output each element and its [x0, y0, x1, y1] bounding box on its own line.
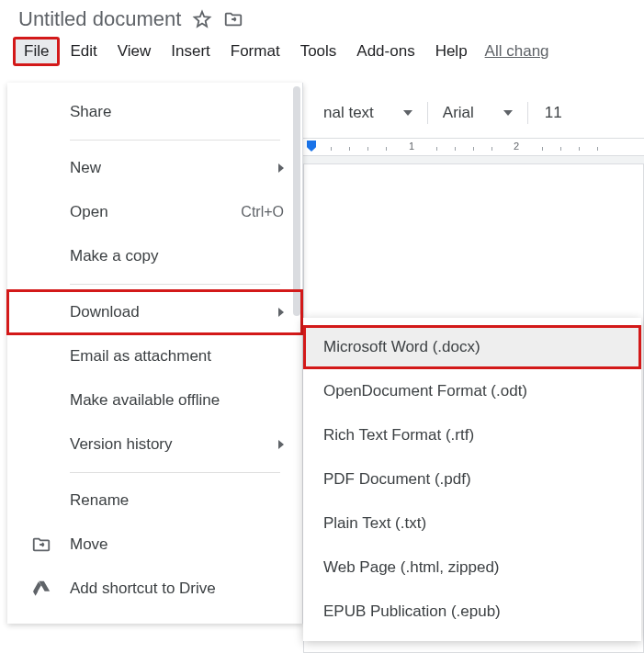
menu-bar: File Edit View Insert Format Tools Add-o…	[0, 37, 644, 66]
svg-marker-3	[33, 581, 41, 594]
submenu-item-html[interactable]: Web Page (.html, zipped)	[303, 546, 641, 590]
menu-item-label: Rename	[70, 491, 129, 510]
changes-link[interactable]: All chang	[485, 42, 549, 61]
shortcut-label: Ctrl+O	[241, 204, 284, 220]
submenu-item-epub[interactable]: EPUB Publication (.epub)	[303, 590, 641, 634]
menu-tools[interactable]: Tools	[290, 37, 347, 66]
svg-marker-0	[195, 12, 210, 27]
file-menu-dropdown: Share New Open Ctrl+O Make a copy Downlo…	[7, 83, 303, 624]
submenu-item-docx[interactable]: Microsoft Word (.docx)	[303, 325, 641, 369]
ruler-number: 1	[409, 141, 414, 152]
submenu-arrow-icon	[278, 308, 284, 317]
menu-item-version-history[interactable]: Version history	[7, 422, 302, 467]
font-dropdown[interactable]: Arial	[437, 100, 518, 126]
indent-handle-icon[interactable]	[307, 141, 316, 152]
paragraph-style-label: nal text	[323, 104, 374, 122]
submenu-arrow-icon	[278, 440, 284, 449]
submenu-item-rtf[interactable]: Rich Text Format (.rtf)	[303, 413, 641, 457]
font-label: Arial	[443, 104, 474, 122]
menu-edit[interactable]: Edit	[60, 37, 107, 66]
menu-item-email-attachment[interactable]: Email as attachment	[7, 334, 302, 378]
menu-item-label: Make a copy	[70, 247, 158, 265]
menu-item-rename[interactable]: Rename	[7, 478, 302, 523]
menu-file[interactable]: File	[13, 37, 60, 66]
menu-item-label: Version history	[70, 435, 173, 454]
menu-item-label: Share	[70, 103, 111, 121]
menu-item-available-offline[interactable]: Make available offline	[7, 378, 302, 422]
paragraph-style-dropdown[interactable]: nal text	[318, 100, 418, 126]
menu-help[interactable]: Help	[425, 37, 478, 66]
submenu-arrow-icon	[278, 163, 284, 173]
menu-view[interactable]: View	[107, 37, 162, 66]
menu-item-label: Open	[70, 203, 108, 221]
toolbar-separator	[427, 102, 428, 124]
menu-item-download[interactable]: Download	[7, 290, 302, 334]
drive-icon	[31, 579, 51, 599]
ruler[interactable]: 1 2	[303, 138, 644, 156]
ruler-number: 2	[514, 141, 519, 152]
toolbar-separator	[527, 102, 528, 124]
divider	[70, 284, 280, 285]
menu-item-label: Add shortcut to Drive	[70, 580, 216, 598]
move-folder-icon[interactable]	[223, 9, 243, 29]
divider	[70, 472, 280, 473]
dropdown-arrow-icon	[403, 110, 412, 116]
menu-item-label: Make available offline	[70, 391, 220, 410]
menu-item-share[interactable]: Share	[7, 90, 302, 134]
dropdown-arrow-icon	[503, 110, 513, 116]
menu-item-label: Download	[70, 303, 140, 321]
download-submenu: Microsoft Word (.docx) OpenDocument Form…	[303, 318, 641, 641]
font-size-input[interactable]: 11	[537, 100, 570, 126]
menu-item-label: Move	[70, 535, 108, 554]
title-bar: Untitled document	[0, 0, 644, 37]
star-icon[interactable]	[192, 9, 212, 29]
menu-item-new[interactable]: New	[7, 146, 302, 190]
menu-addons[interactable]: Add-ons	[346, 37, 424, 66]
submenu-item-odt[interactable]: OpenDocument Format (.odt)	[303, 369, 641, 413]
menu-item-add-shortcut-drive[interactable]: Add shortcut to Drive	[7, 567, 302, 611]
submenu-item-pdf[interactable]: PDF Document (.pdf)	[303, 457, 641, 501]
menu-item-label: Email as attachment	[70, 347, 211, 366]
menu-item-move[interactable]: Move	[7, 523, 302, 567]
toolbar: nal text Arial 11	[303, 90, 644, 136]
menu-item-open[interactable]: Open Ctrl+O	[7, 190, 302, 234]
menu-format[interactable]: Format	[220, 37, 290, 66]
menu-insert[interactable]: Insert	[161, 37, 220, 66]
document-title[interactable]: Untitled document	[18, 7, 181, 31]
submenu-item-txt[interactable]: Plain Text (.txt)	[303, 501, 641, 546]
menu-item-label: New	[70, 159, 101, 177]
menu-item-make-copy[interactable]: Make a copy	[7, 234, 302, 278]
folder-move-icon	[31, 535, 51, 555]
divider	[70, 140, 280, 141]
